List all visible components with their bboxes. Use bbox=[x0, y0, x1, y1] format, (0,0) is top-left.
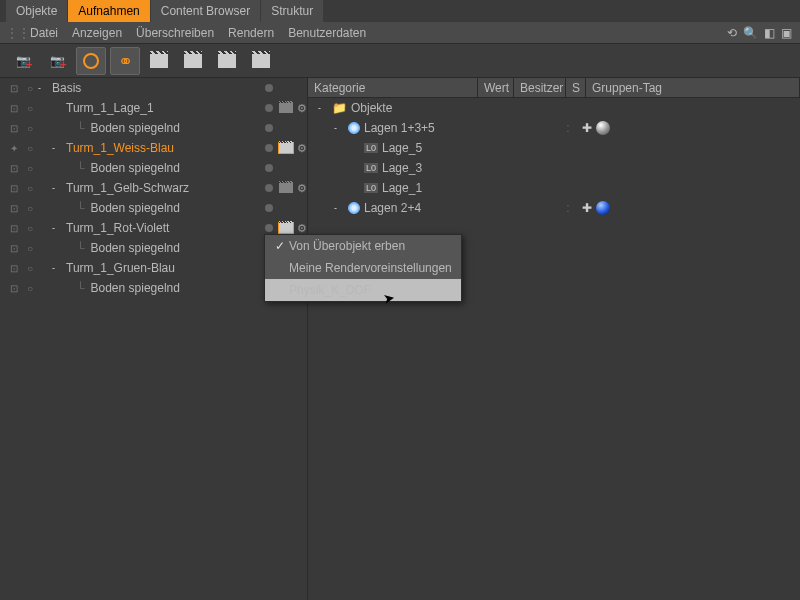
left-tree-row[interactable]: ⊡○└Boden spiegelnd bbox=[0, 198, 307, 218]
context-menu-item[interactable]: Meine Rendervoreinstellungen bbox=[265, 257, 461, 279]
gear-icon[interactable]: ⚙ bbox=[297, 142, 307, 155]
row-radio-icon[interactable]: ○ bbox=[22, 103, 38, 114]
row-radio-icon[interactable]: ○ bbox=[22, 283, 38, 294]
row-radio-icon[interactable]: ○ bbox=[22, 123, 38, 134]
panel-icon-2[interactable]: ▣ bbox=[781, 26, 792, 40]
clapper-gear-button[interactable] bbox=[178, 47, 208, 75]
tree-toggle-icon[interactable]: - bbox=[318, 103, 328, 113]
left-tree-row[interactable]: ⊡○└Boden spiegelnd bbox=[0, 118, 307, 138]
gear-icon[interactable]: ⚙ bbox=[297, 102, 307, 115]
right-tree-row[interactable]: L0Lage_1 bbox=[308, 178, 800, 198]
tree-toggle-icon[interactable]: - bbox=[52, 183, 62, 193]
right-tree-row[interactable]: -Lagen 1+3+5:✚ bbox=[308, 118, 800, 138]
tree-toggle-icon[interactable]: - bbox=[52, 263, 62, 273]
context-menu-item[interactable]: Physik_K_DOF bbox=[265, 279, 461, 301]
row-marker-icon[interactable]: ⊡ bbox=[6, 263, 22, 274]
left-tree-row[interactable]: ⊡○-Turm_1_Gelb-Schwarz⚙ bbox=[0, 178, 307, 198]
row-marker-icon[interactable]: ⊡ bbox=[6, 243, 22, 254]
add-camera-2-button[interactable]: 📷 bbox=[42, 47, 72, 75]
row-radio-icon[interactable]: ○ bbox=[22, 183, 38, 194]
row-marker-icon[interactable]: ⊡ bbox=[6, 123, 22, 134]
tab-objekte[interactable]: Objekte bbox=[6, 0, 67, 22]
row-marker-icon[interactable]: ⊡ bbox=[6, 163, 22, 174]
menu-benutzerdaten[interactable]: Benutzerdaten bbox=[288, 26, 366, 40]
enable-dot-icon[interactable] bbox=[265, 184, 273, 192]
enable-dot-icon[interactable] bbox=[265, 224, 273, 232]
tab-content-browser[interactable]: Content Browser bbox=[151, 0, 260, 22]
clapper-icon[interactable] bbox=[279, 183, 293, 193]
right-tree-row[interactable]: -Lagen 2+4:✚ bbox=[308, 198, 800, 218]
tree-toggle-icon[interactable]: - bbox=[52, 143, 62, 153]
row-marker-icon[interactable]: ✦ bbox=[6, 143, 22, 154]
clapper-2-button[interactable] bbox=[212, 47, 242, 75]
row-radio-icon[interactable]: ○ bbox=[22, 83, 38, 94]
tree-toggle-icon[interactable]: - bbox=[38, 83, 48, 93]
material-sphere-icon[interactable] bbox=[596, 121, 610, 135]
enable-dot-icon[interactable] bbox=[265, 204, 273, 212]
row-marker-icon[interactable]: ⊡ bbox=[6, 203, 22, 214]
enable-dot-icon[interactable] bbox=[265, 144, 273, 152]
enable-dot-icon[interactable] bbox=[265, 84, 273, 92]
left-tree-row[interactable]: ⊡○-Turm_1_Gruen-Blau⚙ bbox=[0, 258, 307, 278]
right-tree-row[interactable]: -📁Objekte bbox=[308, 98, 800, 118]
gear-icon[interactable]: ⚙ bbox=[297, 222, 307, 235]
row-marker-icon[interactable]: ⊡ bbox=[6, 223, 22, 234]
header-kategorie[interactable]: Kategorie bbox=[308, 78, 478, 97]
header-s[interactable]: S bbox=[566, 78, 586, 97]
tab-aufnahmen[interactable]: Aufnahmen bbox=[68, 0, 149, 22]
s-column[interactable]: : bbox=[558, 121, 578, 135]
left-tree-row[interactable]: ⊡○-Turm_1_Rot-Violett⚙ bbox=[0, 218, 307, 238]
plus-icon[interactable]: ✚ bbox=[582, 201, 592, 215]
left-tree-row[interactable]: ⊡○└Boden spiegelnd bbox=[0, 278, 307, 298]
clapper-3-button[interactable] bbox=[246, 47, 276, 75]
tree-item-label: Boden spiegelnd bbox=[87, 161, 261, 175]
clapper-icon[interactable] bbox=[279, 143, 293, 153]
row-radio-icon[interactable]: ○ bbox=[22, 223, 38, 234]
row-radio-icon[interactable]: ○ bbox=[22, 143, 38, 154]
gear-icon[interactable]: ⚙ bbox=[297, 182, 307, 195]
left-tree-row[interactable]: ✦○-Turm_1_Weiss-Blau⚙ bbox=[0, 138, 307, 158]
menu-ueberschreiben[interactable]: Überschreiben bbox=[136, 26, 214, 40]
row-marker-icon[interactable]: ⊡ bbox=[6, 83, 22, 94]
row-radio-icon[interactable]: ○ bbox=[22, 263, 38, 274]
tree-toggle-icon[interactable]: - bbox=[334, 123, 344, 133]
row-marker-icon[interactable]: ⊡ bbox=[6, 283, 22, 294]
clapper-icon[interactable] bbox=[279, 223, 293, 233]
menu-rendern[interactable]: Rendern bbox=[228, 26, 274, 40]
row-radio-icon[interactable]: ○ bbox=[22, 243, 38, 254]
panel-icon-1[interactable]: ◧ bbox=[764, 26, 775, 40]
header-besitzer[interactable]: Besitzer bbox=[514, 78, 566, 97]
header-wert[interactable]: Wert bbox=[478, 78, 514, 97]
context-menu-item[interactable]: ✓Von Überobjekt erben bbox=[265, 235, 461, 257]
record-button[interactable] bbox=[76, 47, 106, 75]
row-marker-icon[interactable]: ⊡ bbox=[6, 183, 22, 194]
enable-dot-icon[interactable] bbox=[265, 104, 273, 112]
menu-datei[interactable]: Datei bbox=[30, 26, 58, 40]
plus-icon[interactable]: ✚ bbox=[582, 121, 592, 135]
add-camera-1-button[interactable]: 📷 bbox=[8, 47, 38, 75]
clapper-1-button[interactable] bbox=[144, 47, 174, 75]
left-tree-row[interactable]: ⊡○Turm_1_Lage_1⚙ bbox=[0, 98, 307, 118]
layer-icon: L0 bbox=[364, 163, 378, 173]
atoms-button[interactable]: ⚭ bbox=[110, 47, 140, 75]
menu-anzeigen[interactable]: Anzeigen bbox=[72, 26, 122, 40]
material-sphere-icon[interactable] bbox=[596, 201, 610, 215]
row-radio-icon[interactable]: ○ bbox=[22, 203, 38, 214]
loop-icon[interactable]: ⟲ bbox=[727, 26, 737, 40]
search-icon[interactable]: 🔍 bbox=[743, 26, 758, 40]
tab-struktur[interactable]: Struktur bbox=[261, 0, 323, 22]
row-radio-icon[interactable]: ○ bbox=[22, 163, 38, 174]
row-marker-icon[interactable]: ⊡ bbox=[6, 103, 22, 114]
enable-dot-icon[interactable] bbox=[265, 124, 273, 132]
clapper-icon[interactable] bbox=[279, 103, 293, 113]
tree-toggle-icon[interactable]: - bbox=[52, 223, 62, 233]
left-tree-row[interactable]: ⊡○-Basis bbox=[0, 78, 307, 98]
left-tree-row[interactable]: ⊡○└Boden spiegelnd bbox=[0, 158, 307, 178]
right-tree-row[interactable]: L0Lage_3 bbox=[308, 158, 800, 178]
left-tree-row[interactable]: ⊡○└Boden spiegelnd bbox=[0, 238, 307, 258]
s-column[interactable]: : bbox=[558, 201, 578, 215]
tree-toggle-icon[interactable]: - bbox=[334, 203, 344, 213]
right-tree-row[interactable]: L0Lage_5 bbox=[308, 138, 800, 158]
header-gruppen-tag[interactable]: Gruppen-Tag bbox=[586, 78, 800, 97]
enable-dot-icon[interactable] bbox=[265, 164, 273, 172]
